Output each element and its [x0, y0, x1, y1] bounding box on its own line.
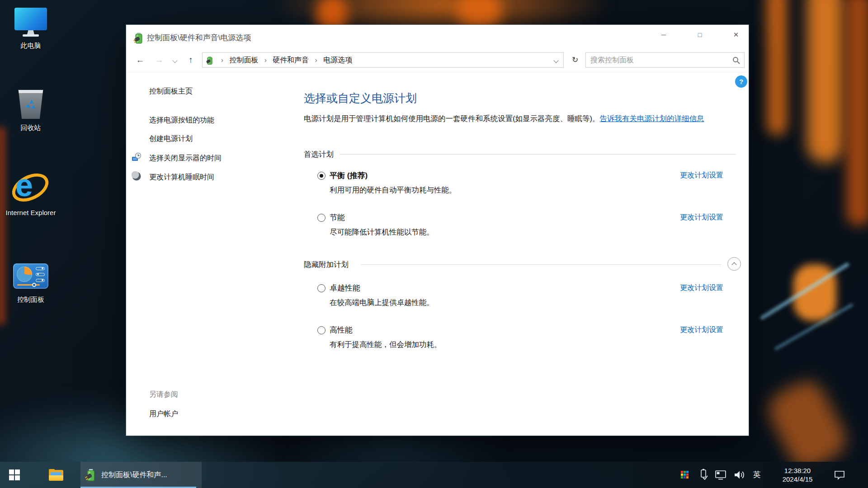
desktop-icon-this-pc[interactable]: 此电脑: [4, 5, 58, 50]
wallpaper-glow: [762, 375, 852, 474]
wallpaper-glow: [807, 0, 843, 163]
sidebar-item-power-button-function[interactable]: 选择电源按钮的功能: [149, 115, 214, 125]
radio-high-performance[interactable]: [317, 326, 326, 334]
recent-pages-chevron-icon[interactable]: [172, 58, 177, 63]
plan-row-high-performance: 高性能 有利于提高性能，但会增加功耗。 更改计划设置: [317, 325, 723, 336]
wallpaper-glow: [766, 0, 787, 136]
section-header-preferred-plans: 首选计划: [304, 150, 335, 160]
radio-ultimate-performance[interactable]: [317, 284, 326, 292]
plan-description: 在较高端电脑上提供卓越性能。: [330, 298, 434, 308]
maximize-button[interactable]: □: [687, 25, 712, 45]
control-panel-window: 控制面板\硬件和声音\电源选项 ─ □ ✕ ← → ↑ › 控制面板 › 硬件和…: [126, 25, 749, 436]
up-button[interactable]: ↑: [183, 51, 198, 69]
recycle-bin-icon: ▲▲▲: [4, 88, 58, 121]
radio-balanced[interactable]: [317, 172, 326, 180]
usb-safely-remove-icon[interactable]: [698, 469, 709, 488]
language-indicator[interactable]: 英: [753, 462, 761, 488]
search-box[interactable]: [585, 52, 745, 68]
desktop-icon-label: 此电脑: [4, 41, 58, 50]
network-icon[interactable]: [714, 469, 728, 488]
address-bar[interactable]: › 控制面板 › 硬件和声音 › 电源选项: [202, 52, 564, 68]
power-options-icon: [133, 32, 144, 44]
sidebar-item-computer-sleep-time[interactable]: 更改计算机睡眠时间: [149, 172, 214, 182]
breadcrumb-hardware-sound[interactable]: 硬件和声音: [273, 56, 309, 64]
change-plan-settings-link[interactable]: 更改计划设置: [680, 213, 723, 222]
desktop-icon-internet-explorer[interactable]: e Internet Explorer: [4, 170, 58, 217]
wallpaper-glow: [774, 303, 854, 351]
breadcrumb-control-panel[interactable]: 控制面板: [229, 56, 258, 64]
change-plan-settings-link[interactable]: 更改计划设置: [680, 325, 723, 335]
title-bar[interactable]: 控制面板\硬件和声音\电源选项 ─ □ ✕: [126, 25, 749, 50]
wallpaper-glow: [846, 0, 868, 226]
address-dropdown-chevron-icon[interactable]: [553, 58, 558, 63]
breadcrumb-separator-icon: ›: [311, 56, 321, 64]
chevron-up-icon: [731, 262, 736, 267]
wallpaper-glow: [793, 264, 836, 321]
sidebar-item-user-accounts[interactable]: 用户帐户: [149, 409, 178, 419]
window-title: 控制面板\硬件和声音\电源选项: [147, 25, 251, 51]
start-button[interactable]: [9, 469, 20, 480]
back-button[interactable]: ←: [132, 51, 148, 69]
desktop-icon-recycle-bin[interactable]: ▲▲▲ 回收站: [4, 88, 58, 132]
action-center-icon[interactable]: [834, 470, 845, 488]
display-off-time-icon: [132, 152, 142, 162]
plan-description: 利用可用的硬件自动平衡功耗与性能。: [330, 185, 457, 195]
refresh-button[interactable]: ↻: [568, 52, 582, 68]
volume-icon[interactable]: [733, 469, 746, 488]
desktop-icon-label: 回收站: [4, 123, 58, 132]
see-also-header: 另请参阅: [149, 390, 178, 399]
search-input[interactable]: [586, 53, 744, 67]
taskbar-clock[interactable]: 12:38:20 2024/4/15: [774, 466, 821, 483]
wallpaper-glow: [760, 262, 850, 321]
breadcrumb-power-options[interactable]: 电源选项: [323, 56, 352, 64]
navigation-toolbar: ← → ↑ › 控制面板 › 硬件和声音 › 电源选项 ↻: [126, 51, 749, 69]
change-plan-settings-link[interactable]: 更改计划设置: [680, 283, 723, 293]
taskbar-app-label: 控制面板\硬件和声...: [101, 462, 167, 488]
radio-power-saver[interactable]: [317, 214, 326, 222]
toolbar-divider: [126, 72, 749, 72]
power-plan-info-link[interactable]: 告诉我有关电源计划的详细信息: [600, 114, 704, 122]
sidebar-item-control-panel-home[interactable]: 控制面板主页: [149, 86, 193, 96]
section-rule: [340, 154, 736, 155]
help-button[interactable]: ?: [735, 75, 747, 88]
tray-app-icon[interactable]: [681, 471, 689, 488]
plan-description: 尽可能降低计算机性能以节能。: [330, 227, 434, 237]
clock-time: 12:38:20: [774, 466, 821, 475]
plan-description: 有利于提高性能，但会增加功耗。: [330, 340, 442, 350]
section-header-hidden-plans: 隐藏附加计划: [304, 260, 350, 270]
plan-row-ultimate-performance: 卓越性能 在较高端电脑上提供卓越性能。 更改计划设置: [317, 283, 723, 294]
plan-name: 平衡 (推荐): [330, 170, 723, 181]
breadcrumb-separator-icon: ›: [217, 56, 227, 64]
desktop-icon-control-panel[interactable]: 控制面板: [4, 259, 58, 304]
plan-name: 高性能: [330, 325, 723, 336]
search-icon[interactable]: [732, 56, 741, 65]
plan-name: 节能: [330, 212, 723, 223]
sidebar-item-display-off-time[interactable]: 选择关闭显示器的时间: [149, 153, 222, 163]
plan-row-power-saver: 节能 尽可能降低计算机性能以节能。 更改计划设置: [317, 212, 723, 223]
desktop-icon-label: Internet Explorer: [4, 208, 58, 217]
sidebar-item-create-power-plan[interactable]: 创建电源计划: [149, 134, 193, 144]
collapse-section-button[interactable]: [727, 257, 741, 271]
close-button[interactable]: ✕: [723, 25, 749, 45]
control-panel-icon: [4, 259, 58, 293]
intro-body: 电源计划是用于管理计算机如何使用电源的一套硬件和系统设置(如显示器亮度、睡眠等)…: [304, 114, 600, 122]
taskbar: 控制面板\硬件和声... 英 12:38:20 2: [0, 462, 868, 488]
page-title: 选择或自定义电源计划: [304, 91, 417, 106]
plan-row-balanced: 平衡 (推荐) 利用可用的硬件自动平衡功耗与性能。 更改计划设置: [317, 170, 723, 181]
change-plan-settings-link[interactable]: 更改计划设置: [680, 171, 723, 180]
power-options-icon: [206, 56, 214, 65]
taskbar-app-control-panel[interactable]: 控制面板\硬件和声...: [80, 462, 202, 488]
breadcrumb-separator-icon: ›: [260, 56, 271, 64]
intro-text: 电源计划是用于管理计算机如何使用电源的一套硬件和系统设置(如显示器亮度、睡眠等)…: [304, 112, 732, 125]
clock-date: 2024/4/15: [774, 475, 821, 483]
this-pc-icon: [4, 5, 58, 39]
minimize-button[interactable]: ─: [651, 25, 676, 45]
forward-button[interactable]: →: [151, 51, 167, 69]
plan-name: 卓越性能: [330, 283, 723, 294]
sleep-time-icon: [132, 171, 142, 181]
desktop-icon-label: 控制面板: [4, 295, 58, 304]
file-explorer-taskbar-icon[interactable]: [49, 469, 63, 481]
wallpaper-glow: [457, 0, 502, 27]
section-rule: [361, 264, 721, 265]
power-options-icon: [85, 469, 97, 481]
